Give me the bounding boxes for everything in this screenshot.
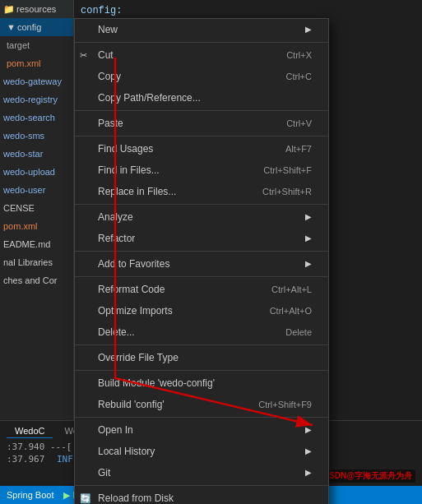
sidebar-item-wedo-gateway[interactable]: wedo-gateway: [0, 72, 73, 90]
git-arrow: ▶: [305, 465, 312, 481]
menu-item-reload-disk[interactable]: 🔄 Reload from Disk: [75, 488, 328, 504]
reload-icon: 🔄: [80, 490, 91, 504]
bottom-tab-wedo[interactable]: WedoC: [7, 424, 53, 438]
menu-item-find-in-files[interactable]: Find in Files... Ctrl+Shift+F: [75, 160, 328, 181]
separator-5: [75, 251, 328, 252]
sidebar-item-libs[interactable]: nal Libraries: [0, 253, 73, 271]
favorites-arrow: ▶: [305, 256, 312, 272]
status-spring-boot: Spring Boot: [7, 490, 53, 500]
separator-4: [75, 204, 328, 205]
menu-item-copy[interactable]: Copy Ctrl+C: [75, 66, 328, 87]
menu-item-rebuild-config[interactable]: Rebuild 'config' Ctrl+Shift+F9: [75, 394, 328, 415]
sidebar-item-wedo-star[interactable]: wedo-star: [0, 145, 73, 163]
menu-item-analyze[interactable]: Analyze ▶: [75, 206, 328, 228]
sidebar-item-pom[interactable]: pom.xml: [0, 54, 73, 72]
submenu-arrow: ▶: [305, 21, 312, 38]
code-line-1: config:: [81, 3, 415, 18]
sidebar-item-license[interactable]: CENSE: [0, 199, 73, 217]
menu-item-copy-path[interactable]: Copy Path/Reference...: [75, 87, 328, 109]
separator-10: [75, 485, 328, 486]
menu-item-replace-in-files[interactable]: Replace in Files... Ctrl+Shift+R: [75, 181, 328, 202]
analyze-arrow: ▶: [305, 209, 312, 225]
menu-item-add-favorites[interactable]: Add to Favorites ▶: [75, 253, 328, 275]
menu-item-local-history[interactable]: Local History ▶: [75, 441, 328, 462]
menu-item-delete[interactable]: Delete... Delete: [75, 321, 328, 343]
open-in-arrow: ▶: [305, 422, 312, 438]
sidebar-item-resources: 📁 resources: [0, 0, 73, 18]
menu-item-git[interactable]: Git ▶: [75, 462, 328, 483]
menu-item-override-file-type[interactable]: Override File Type: [75, 347, 328, 368]
sidebar-item-scratches[interactable]: ches and Cor: [0, 271, 73, 289]
watermark: CSDN@字海无涯舟为舟: [320, 469, 415, 483]
folder-open-icon: ▼: [7, 20, 16, 35]
menu-item-reformat-code[interactable]: Reformat Code Ctrl+Alt+L: [75, 279, 328, 300]
sidebar-item-pom2[interactable]: pom.xml: [0, 217, 73, 235]
local-history-arrow: ▶: [305, 443, 312, 460]
sidebar-item-readme[interactable]: EADME.md: [0, 235, 73, 253]
separator-6: [75, 276, 328, 277]
sidebar-item-wedo-registry[interactable]: wedo-registry: [0, 90, 73, 109]
menu-item-cut[interactable]: ✂ Cut Ctrl+X: [75, 44, 328, 66]
sidebar-item-wedo-user[interactable]: wedo-user: [0, 181, 73, 199]
cut-icon: ✂: [80, 47, 87, 63]
sidebar-item-wedo-sms[interactable]: wedo-sms: [0, 127, 73, 145]
sidebar-item-wedo-search[interactable]: wedo-search: [0, 109, 73, 127]
menu-item-open-in[interactable]: Open In ▶: [75, 419, 328, 441]
separator-2: [75, 110, 328, 111]
separator-8: [75, 370, 328, 371]
menu-item-paste[interactable]: Paste Ctrl+V: [75, 113, 328, 134]
separator-1: [75, 42, 328, 43]
menu-item-optimize-imports[interactable]: Optimize Imports Ctrl+Alt+O: [75, 300, 328, 321]
menu-item-refactor[interactable]: Refactor ▶: [75, 228, 328, 249]
sidebar-item-target[interactable]: target: [0, 36, 73, 54]
context-menu: New ▶ ✂ Cut Ctrl+X Copy Ctrl+C Copy Path…: [74, 18, 329, 504]
sidebar-item-wedo-upload[interactable]: wedo-upload: [0, 163, 73, 181]
menu-item-new[interactable]: New ▶: [75, 19, 328, 40]
separator-7: [75, 344, 328, 345]
menu-item-build-module[interactable]: Build Module 'wedo-config': [75, 372, 328, 394]
refactor-arrow: ▶: [305, 230, 312, 247]
sidebar-item-config[interactable]: ▼ config: [0, 18, 73, 36]
separator-3: [75, 136, 328, 136]
folder-icon: 📁: [3, 2, 15, 16]
separator-9: [75, 417, 328, 418]
menu-item-find-usages[interactable]: Find Usages Alt+F7: [75, 138, 328, 160]
